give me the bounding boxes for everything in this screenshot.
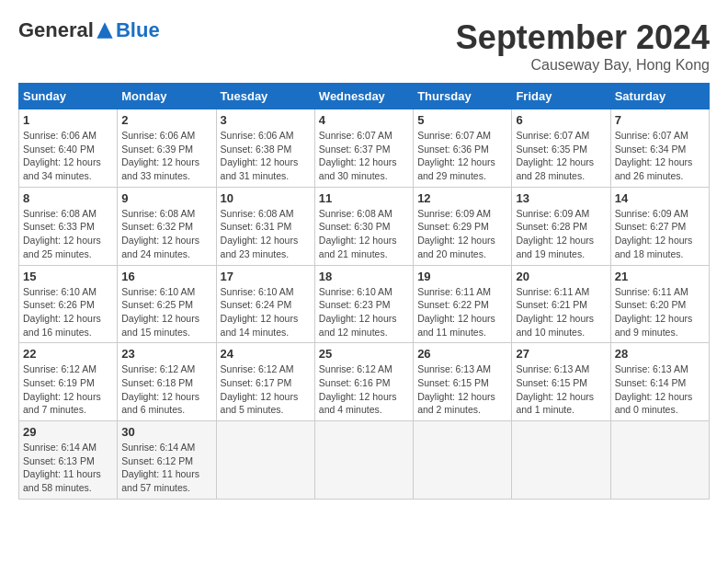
day-info: Sunrise: 6:10 AMSunset: 6:25 PMDaylight:…	[121, 285, 211, 339]
calendar-day-10: 10Sunrise: 6:08 AMSunset: 6:31 PMDayligh…	[216, 187, 314, 265]
calendar-week-2: 8Sunrise: 6:08 AMSunset: 6:33 PMDaylight…	[19, 187, 710, 265]
day-info: Sunrise: 6:07 AMSunset: 6:37 PMDaylight:…	[319, 129, 409, 183]
logo-blue-text: Blue	[116, 18, 160, 42]
day-info: Sunrise: 6:07 AMSunset: 6:35 PMDaylight:…	[516, 129, 606, 183]
day-info: Sunrise: 6:12 AMSunset: 6:17 PMDaylight:…	[221, 362, 311, 417]
day-info: Sunrise: 6:06 AMSunset: 6:40 PMDaylight:…	[23, 129, 113, 183]
calendar-day-29: 29Sunrise: 6:14 AMSunset: 6:13 PMDayligh…	[19, 421, 118, 500]
calendar-day-25: 25Sunrise: 6:12 AMSunset: 6:16 PMDayligh…	[314, 343, 413, 421]
header-wednesday: Wednesday	[314, 84, 413, 109]
day-number: 29	[23, 425, 113, 439]
header-sunday: Sunday	[19, 84, 118, 109]
day-number: 25	[319, 347, 409, 361]
empty-cell	[610, 421, 709, 500]
calendar-day-24: 24Sunrise: 6:12 AMSunset: 6:17 PMDayligh…	[216, 343, 314, 421]
day-number: 26	[417, 347, 507, 361]
day-number: 2	[121, 113, 211, 127]
day-number: 24	[221, 347, 311, 361]
month-title: September 2024	[456, 18, 710, 57]
header-saturday: Saturday	[610, 84, 709, 109]
day-info: Sunrise: 6:11 AMSunset: 6:21 PMDaylight:…	[516, 285, 606, 339]
day-number: 22	[23, 347, 113, 361]
day-info: Sunrise: 6:13 AMSunset: 6:15 PMDaylight:…	[516, 362, 606, 417]
day-info: Sunrise: 6:07 AMSunset: 6:36 PMDaylight:…	[417, 129, 507, 183]
calendar-day-6: 6Sunrise: 6:07 AMSunset: 6:35 PMDaylight…	[512, 109, 610, 188]
calendar-week-3: 15Sunrise: 6:10 AMSunset: 6:26 PMDayligh…	[19, 265, 710, 343]
day-info: Sunrise: 6:08 AMSunset: 6:33 PMDaylight:…	[23, 207, 113, 261]
calendar-day-14: 14Sunrise: 6:09 AMSunset: 6:27 PMDayligh…	[610, 187, 709, 265]
calendar-day-17: 17Sunrise: 6:10 AMSunset: 6:24 PMDayligh…	[216, 265, 314, 343]
header-tuesday: Tuesday	[216, 84, 314, 109]
day-info: Sunrise: 6:12 AMSunset: 6:16 PMDaylight:…	[319, 362, 409, 417]
calendar-day-5: 5Sunrise: 6:07 AMSunset: 6:36 PMDaylight…	[414, 109, 512, 188]
calendar-week-4: 22Sunrise: 6:12 AMSunset: 6:19 PMDayligh…	[19, 343, 710, 421]
day-info: Sunrise: 6:10 AMSunset: 6:23 PMDaylight:…	[319, 285, 409, 339]
calendar-day-1: 1Sunrise: 6:06 AMSunset: 6:40 PMDaylight…	[19, 109, 118, 188]
calendar-day-2: 2Sunrise: 6:06 AMSunset: 6:39 PMDaylight…	[118, 109, 216, 188]
calendar-day-13: 13Sunrise: 6:09 AMSunset: 6:28 PMDayligh…	[512, 187, 610, 265]
day-number: 21	[615, 270, 705, 283]
header-friday: Friday	[512, 84, 610, 109]
day-number: 14	[615, 191, 705, 205]
day-number: 15	[23, 270, 113, 283]
calendar-day-4: 4Sunrise: 6:07 AMSunset: 6:37 PMDaylight…	[314, 109, 413, 188]
day-info: Sunrise: 6:13 AMSunset: 6:14 PMDaylight:…	[615, 362, 705, 417]
day-info: Sunrise: 6:14 AMSunset: 6:13 PMDaylight:…	[23, 441, 113, 495]
calendar-day-7: 7Sunrise: 6:07 AMSunset: 6:34 PMDaylight…	[610, 109, 709, 188]
day-info: Sunrise: 6:13 AMSunset: 6:15 PMDaylight:…	[417, 362, 507, 417]
calendar-day-26: 26Sunrise: 6:13 AMSunset: 6:15 PMDayligh…	[414, 343, 512, 421]
day-info: Sunrise: 6:14 AMSunset: 6:12 PMDaylight:…	[121, 441, 211, 495]
day-number: 9	[121, 191, 211, 205]
day-number: 13	[516, 191, 606, 205]
calendar-day-16: 16Sunrise: 6:10 AMSunset: 6:25 PMDayligh…	[118, 265, 216, 343]
day-number: 10	[221, 191, 311, 205]
calendar-day-15: 15Sunrise: 6:10 AMSunset: 6:26 PMDayligh…	[19, 265, 118, 343]
calendar-header-row: SundayMondayTuesdayWednesdayThursdayFrid…	[19, 84, 710, 109]
day-number: 3	[221, 113, 311, 127]
day-info: Sunrise: 6:09 AMSunset: 6:28 PMDaylight:…	[516, 207, 606, 261]
day-number: 6	[516, 113, 606, 127]
calendar-day-27: 27Sunrise: 6:13 AMSunset: 6:15 PMDayligh…	[512, 343, 610, 421]
day-info: Sunrise: 6:08 AMSunset: 6:30 PMDaylight:…	[319, 207, 409, 261]
location: Causeway Bay, Hong Kong	[456, 57, 710, 74]
calendar-day-19: 19Sunrise: 6:11 AMSunset: 6:22 PMDayligh…	[414, 265, 512, 343]
calendar-day-8: 8Sunrise: 6:08 AMSunset: 6:33 PMDaylight…	[19, 187, 118, 265]
calendar-week-1: 1Sunrise: 6:06 AMSunset: 6:40 PMDaylight…	[19, 109, 710, 188]
day-number: 20	[516, 270, 606, 283]
calendar-day-22: 22Sunrise: 6:12 AMSunset: 6:19 PMDayligh…	[19, 343, 118, 421]
day-info: Sunrise: 6:12 AMSunset: 6:18 PMDaylight:…	[121, 362, 211, 417]
calendar-week-5: 29Sunrise: 6:14 AMSunset: 6:13 PMDayligh…	[19, 421, 710, 500]
day-number: 5	[417, 113, 507, 127]
day-info: Sunrise: 6:07 AMSunset: 6:34 PMDaylight:…	[615, 129, 705, 183]
day-number: 1	[23, 113, 113, 127]
title-block: September 2024 Causeway Bay, Hong Kong	[456, 18, 710, 74]
calendar-day-20: 20Sunrise: 6:11 AMSunset: 6:21 PMDayligh…	[512, 265, 610, 343]
empty-cell	[414, 421, 512, 500]
day-info: Sunrise: 6:11 AMSunset: 6:22 PMDaylight:…	[417, 285, 507, 339]
empty-cell	[216, 421, 314, 500]
day-number: 16	[121, 270, 211, 283]
day-info: Sunrise: 6:09 AMSunset: 6:27 PMDaylight:…	[615, 207, 705, 261]
day-number: 19	[417, 270, 507, 283]
day-info: Sunrise: 6:08 AMSunset: 6:32 PMDaylight:…	[121, 207, 211, 261]
header-monday: Monday	[118, 84, 216, 109]
day-number: 30	[121, 425, 211, 439]
page-header: General Blue September 2024 Causeway Bay…	[18, 18, 710, 74]
day-number: 17	[221, 270, 311, 283]
day-info: Sunrise: 6:06 AMSunset: 6:38 PMDaylight:…	[221, 129, 311, 183]
day-info: Sunrise: 6:06 AMSunset: 6:39 PMDaylight:…	[121, 129, 211, 183]
day-info: Sunrise: 6:12 AMSunset: 6:19 PMDaylight:…	[23, 362, 113, 417]
day-number: 8	[23, 191, 113, 205]
logo-icon	[96, 21, 114, 40]
calendar-day-28: 28Sunrise: 6:13 AMSunset: 6:14 PMDayligh…	[610, 343, 709, 421]
calendar-day-21: 21Sunrise: 6:11 AMSunset: 6:20 PMDayligh…	[610, 265, 709, 343]
empty-cell	[512, 421, 610, 500]
calendar-day-9: 9Sunrise: 6:08 AMSunset: 6:32 PMDaylight…	[118, 187, 216, 265]
logo-general-text: General	[18, 18, 94, 42]
svg-marker-0	[97, 22, 112, 38]
day-number: 7	[615, 113, 705, 127]
day-number: 12	[417, 191, 507, 205]
day-number: 27	[516, 347, 606, 361]
day-info: Sunrise: 6:09 AMSunset: 6:29 PMDaylight:…	[417, 207, 507, 261]
calendar-day-18: 18Sunrise: 6:10 AMSunset: 6:23 PMDayligh…	[314, 265, 413, 343]
